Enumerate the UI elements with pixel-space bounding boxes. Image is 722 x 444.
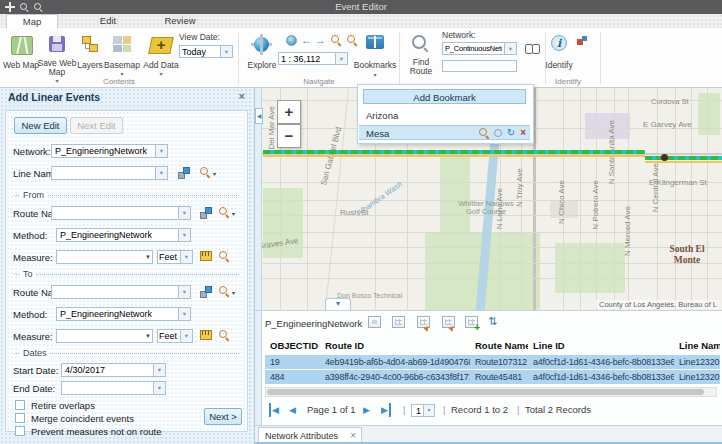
column-header[interactable]: OBJECTID — [265, 339, 320, 353]
web-map-icon — [11, 36, 33, 55]
zoom-to-bookmark-icon[interactable] — [479, 128, 489, 138]
measure-ruler-icon[interactable] — [200, 330, 212, 340]
full-extent-icon[interactable] — [286, 35, 297, 46]
to-route-name-input[interactable] — [51, 285, 179, 299]
table-row[interactable]: 484 a398ff4c-2940-4c00-96b6-c6343f8f1711… — [265, 370, 720, 384]
page-select-caret-icon[interactable]: ▾ — [423, 405, 434, 416]
next-extent-icon[interactable]: → — [315, 35, 326, 46]
map-zoom-in-icon[interactable] — [331, 35, 341, 45]
zoom-options-caret-icon[interactable]: ▾ — [213, 170, 216, 177]
from-method-select[interactable] — [56, 228, 179, 242]
from-route-caret-icon[interactable]: ▾ — [178, 206, 191, 220]
measure-ruler-icon[interactable] — [200, 251, 212, 261]
start-date-input[interactable] — [61, 363, 154, 377]
selected-route-line[interactable] — [645, 156, 722, 160]
line-name-input[interactable] — [51, 166, 156, 180]
related-records-icon[interactable] — [417, 316, 430, 328]
previous-page-button[interactable]: ◀ — [289, 403, 296, 417]
zoom-to-route-icon[interactable] — [219, 207, 229, 217]
add-data-caret-icon[interactable]: ▾ — [142, 70, 180, 77]
network-select[interactable] — [442, 42, 505, 55]
from-unit-caret-icon[interactable]: ▾ — [180, 250, 193, 264]
scale-caret-icon[interactable]: ▾ — [335, 52, 348, 65]
zoom-options-caret-icon[interactable]: ▾ — [232, 289, 235, 296]
last-page-button[interactable]: ▶ — [381, 403, 391, 417]
collapse-table-handle[interactable]: ▼ — [325, 298, 351, 310]
scale-input[interactable] — [278, 52, 336, 65]
column-header[interactable]: Route Name — [470, 339, 528, 353]
column-header[interactable]: Route ID — [320, 339, 470, 353]
view-date-caret-icon[interactable]: ▾ — [220, 45, 233, 58]
place-label: South El Monte — [658, 244, 716, 266]
page-select[interactable]: 1▾ — [411, 404, 435, 417]
to-unit-select[interactable] — [157, 329, 181, 343]
network-caret-icon[interactable]: ▾ — [504, 42, 517, 55]
start-date-caret-icon[interactable]: ▾ — [153, 363, 166, 377]
measure-caret-icon[interactable]: ▼ — [145, 254, 151, 260]
retire-overlaps-checkbox[interactable] — [15, 400, 25, 410]
basemap-caret-icon[interactable]: ▾ — [103, 70, 141, 77]
from-method-caret-icon[interactable]: ▾ — [178, 228, 191, 242]
previous-extent-icon[interactable]: ← — [301, 35, 312, 46]
table-options-icon[interactable] — [368, 316, 381, 328]
to-method-select[interactable] — [56, 307, 179, 321]
zoom-to-measure-icon[interactable] — [219, 330, 229, 340]
tab-edit[interactable]: Edit — [84, 14, 132, 28]
bookmark-item-mesa[interactable]: Mesa ↻ × — [359, 125, 530, 140]
first-page-button[interactable]: ◀ — [269, 403, 279, 417]
tab-review[interactable]: Review — [152, 14, 208, 28]
add-to-selection-icon[interactable] — [465, 316, 478, 328]
sort-icon[interactable]: ⇅ — [488, 315, 497, 327]
column-header[interactable]: Line ID — [528, 339, 674, 353]
select-route-on-map-icon[interactable] — [200, 207, 212, 218]
horizontal-scrollbar[interactable] — [265, 387, 717, 397]
binoculars-icon[interactable] — [525, 44, 540, 53]
from-unit-select[interactable] — [157, 250, 181, 264]
panel-close-icon[interactable]: × — [239, 90, 245, 102]
zoom-to-measure-icon[interactable] — [219, 251, 229, 261]
selected-route-line[interactable] — [263, 150, 645, 154]
to-measure-input[interactable] — [56, 329, 153, 343]
from-measure-input[interactable] — [56, 250, 153, 264]
next-button[interactable]: Next > — [204, 408, 242, 425]
network-caret-icon[interactable]: ▾ — [155, 144, 168, 158]
identify-marker-icon[interactable] — [577, 36, 587, 46]
scrollbar-thumb[interactable] — [267, 389, 704, 395]
map-zoom-out-button[interactable]: − — [277, 124, 301, 148]
pan-to-bookmark-icon[interactable] — [494, 129, 502, 137]
to-route-caret-icon[interactable]: ▾ — [178, 285, 191, 299]
prevent-measures-checkbox[interactable] — [15, 426, 25, 436]
map-zoom-in-button[interactable]: + — [277, 100, 301, 124]
select-line-on-map-icon[interactable] — [178, 167, 190, 178]
measure-caret-icon[interactable]: ▼ — [145, 333, 151, 339]
related-tables-icon[interactable] — [442, 316, 455, 328]
merge-coincident-checkbox[interactable] — [15, 413, 25, 423]
delete-bookmark-icon[interactable]: × — [520, 128, 526, 138]
to-method-caret-icon[interactable]: ▾ — [178, 307, 191, 321]
to-unit-caret-icon[interactable]: ▾ — [180, 329, 193, 343]
zoom-to-route-icon[interactable] — [219, 286, 229, 296]
bookmark-item-arizona[interactable]: Arizona — [359, 108, 530, 123]
new-edit-button[interactable]: New Edit — [14, 117, 67, 134]
table-row[interactable]: 19 4eb9419b-af6b-4d04-ab69-1d490476802b … — [265, 355, 720, 369]
next-page-button[interactable]: ▶ — [363, 403, 370, 417]
tab-map[interactable]: Map — [6, 14, 58, 28]
view-date-select[interactable] — [179, 45, 221, 58]
add-bookmark-button[interactable]: Add Bookmark — [363, 89, 526, 104]
show-table-icon[interactable] — [392, 316, 405, 328]
route-point-marker[interactable] — [661, 154, 668, 161]
end-date-caret-icon[interactable]: ▾ — [153, 381, 166, 395]
update-bookmark-icon[interactable]: ↻ — [507, 128, 515, 138]
map-zoom-out-icon[interactable] — [347, 35, 357, 45]
column-header[interactable]: Line Name — [674, 339, 720, 353]
zoom-options-caret-icon[interactable]: ▾ — [232, 210, 235, 217]
from-route-name-input[interactable] — [51, 206, 179, 220]
find-route-input[interactable] — [442, 60, 517, 72]
line-name-caret-icon[interactable]: ▾ — [155, 166, 168, 180]
zoom-to-line-icon[interactable] — [200, 167, 210, 177]
next-edit-button[interactable]: Next Edit — [70, 117, 123, 134]
collapse-panel-handle[interactable]: ◀ — [255, 108, 263, 124]
end-date-input[interactable] — [61, 381, 154, 395]
network-select[interactable] — [51, 144, 156, 158]
select-route-on-map-icon[interactable] — [200, 286, 212, 297]
